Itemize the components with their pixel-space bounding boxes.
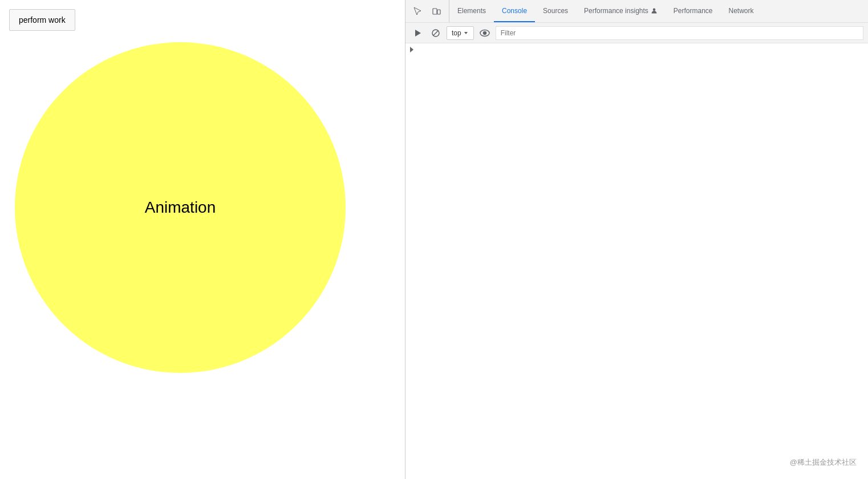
animation-label: Animation <box>145 198 216 217</box>
svg-point-2 <box>653 8 656 11</box>
watermark-text: @稀土掘金技术社区 <box>790 457 857 468</box>
svg-marker-6 <box>464 32 468 34</box>
tab-sources[interactable]: Sources <box>535 0 576 22</box>
ban-icon <box>431 29 440 38</box>
clear-console-button[interactable] <box>428 26 443 40</box>
tab-network[interactable]: Network <box>721 0 762 22</box>
tab-performance-insights[interactable]: Performance insights <box>576 0 666 22</box>
context-dropdown-label: top <box>452 29 461 37</box>
device-icon <box>432 7 441 16</box>
console-content <box>405 43 868 479</box>
context-dropdown[interactable]: top <box>447 26 474 40</box>
inspect-icon <box>413 7 423 16</box>
svg-point-8 <box>483 31 486 34</box>
svg-rect-0 <box>433 9 437 14</box>
play-icon <box>413 29 422 38</box>
tab-performance[interactable]: Performance <box>666 0 721 22</box>
tab-console[interactable]: Console <box>494 0 535 22</box>
devtools-panel: Elements Console Sources Performance ins… <box>405 0 868 479</box>
console-chevron-row[interactable] <box>405 46 868 54</box>
perform-work-button[interactable]: perform work <box>9 9 75 31</box>
animation-circle: Animation <box>15 42 346 373</box>
devtools-toolbar-icons <box>405 0 449 22</box>
svg-marker-3 <box>415 30 421 36</box>
webpage-panel: perform work Animation <box>0 0 405 479</box>
console-toolbar: top <box>405 23 868 43</box>
devtools-top-toolbar: Elements Console Sources Performance ins… <box>405 0 868 23</box>
console-filter-input[interactable] <box>496 26 863 40</box>
run-script-button[interactable] <box>410 26 425 40</box>
chevron-down-icon <box>463 30 469 36</box>
eye-icon <box>480 28 490 38</box>
devtools-tabs: Elements Console Sources Performance ins… <box>449 0 868 22</box>
chevron-right-icon <box>410 47 413 52</box>
svg-line-5 <box>433 30 439 35</box>
user-icon <box>651 7 658 14</box>
device-toggle-button[interactable] <box>428 3 444 19</box>
tab-elements[interactable]: Elements <box>449 0 494 22</box>
inspect-element-button[interactable] <box>410 3 426 19</box>
live-expression-button[interactable] <box>477 26 492 40</box>
svg-rect-1 <box>437 10 440 14</box>
